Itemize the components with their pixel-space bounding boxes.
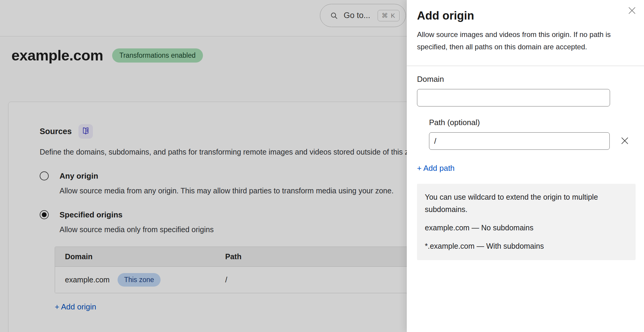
close-icon <box>627 6 637 16</box>
domain-field-label: Domain <box>417 74 634 84</box>
drawer-header: Add origin Allow source images and video… <box>407 0 644 66</box>
close-drawer-button[interactable] <box>625 4 639 17</box>
remove-path-button[interactable] <box>618 134 631 148</box>
wildcard-info-box: You can use wildcard to extend the origi… <box>417 184 636 260</box>
remove-x-icon <box>620 136 630 147</box>
domain-input[interactable] <box>417 89 610 106</box>
path-input[interactable] <box>429 132 610 150</box>
info-line-no-subdomains: example.com — No subdomains <box>425 222 628 234</box>
drawer-title: Add origin <box>417 8 617 23</box>
drawer-body: Domain Path (optional) + Add path You ca… <box>407 66 644 260</box>
path-field-group: Path (optional) <box>429 117 634 150</box>
info-line-with-subdomains: *.example.com — With subdomains <box>425 240 628 252</box>
path-field-label: Path (optional) <box>429 117 634 128</box>
add-origin-drawer: Add origin Allow source images and video… <box>407 0 644 332</box>
info-line-wildcard: You can use wildcard to extend the origi… <box>425 191 625 216</box>
drawer-description: Allow source images and videos from this… <box>417 28 627 53</box>
add-path-link[interactable]: + Add path <box>417 164 455 173</box>
